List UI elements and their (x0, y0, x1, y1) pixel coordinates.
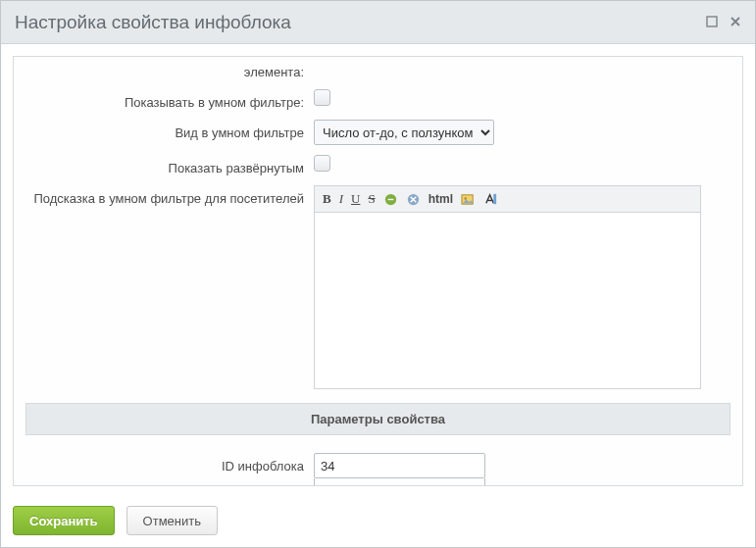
insert-image-icon[interactable] (461, 192, 476, 207)
show-in-smart-filter-label: Показывать в умном фильтре: (125, 95, 304, 110)
id-iblock-label: ID инфоблока (222, 459, 304, 473)
link-icon[interactable] (383, 192, 398, 207)
editor-toolbar: B I U S html (314, 185, 701, 213)
underline-icon[interactable]: U (351, 191, 360, 207)
show-expanded-label: Показать развёрнутым (169, 161, 304, 175)
row-show-in-smart-filter: Показывать в умном фильтре: (25, 89, 731, 110)
autocomplete-item[interactable]: 34 (315, 478, 484, 486)
save-button[interactable]: Сохранить (13, 506, 115, 535)
show-in-smart-filter-checkbox[interactable] (314, 89, 330, 106)
truncated-text: элемента: (244, 65, 304, 79)
dialog: Настройка свойства инфоблока элемента: П… (0, 0, 756, 548)
text-format-icon[interactable] (483, 192, 498, 207)
dialog-footer: Сохранить Отменить (1, 498, 755, 547)
titlebar: Настройка свойства инфоблока (1, 1, 755, 44)
dialog-title: Настройка свойства инфоблока (15, 12, 694, 33)
row-show-expanded: Показать развёрнутым (25, 155, 731, 175)
smart-filter-view-label: Вид в умном фильтре (175, 125, 304, 140)
italic-icon[interactable]: I (339, 191, 343, 207)
form-body: элемента: Показывать в умном фильтре: Ви… (14, 57, 742, 486)
autocomplete-dropdown: 34 (314, 478, 485, 486)
html-mode-button[interactable]: html (428, 192, 453, 206)
row-id-iblock: ID инфоблока 34 (25, 453, 731, 486)
smart-filter-view-select[interactable]: Число от-до, с ползунком (314, 120, 494, 145)
content-area: элемента: Показывать в умном фильтре: Ви… (1, 44, 755, 498)
close-icon[interactable] (730, 15, 741, 29)
strike-icon[interactable]: S (368, 191, 375, 207)
editor-textarea[interactable] (314, 213, 701, 389)
maximize-icon[interactable] (706, 15, 718, 29)
unlink-icon[interactable] (406, 192, 421, 207)
row-truncated: элемента: (25, 65, 731, 79)
scroll-panel[interactable]: элемента: Показывать в умном фильтре: Ви… (13, 56, 743, 486)
rich-text-editor: B I U S html (314, 185, 701, 389)
id-iblock-input[interactable] (314, 453, 485, 478)
bold-icon[interactable]: B (323, 191, 331, 207)
hint-label: Подсказка в умном фильтре для посетителе… (33, 191, 304, 206)
row-hint-editor: Подсказка в умном фильтре для посетителе… (25, 185, 731, 389)
section-header: Параметры свойства (25, 403, 731, 435)
svg-point-4 (464, 197, 466, 199)
cancel-button[interactable]: Отменить (126, 506, 218, 535)
svg-rect-5 (493, 193, 496, 203)
svg-rect-0 (707, 17, 717, 26)
row-smart-filter-view: Вид в умном фильтре Число от-до, с ползу… (25, 120, 731, 145)
section-header-text: Параметры свойства (311, 412, 445, 426)
show-expanded-checkbox[interactable] (314, 155, 330, 172)
